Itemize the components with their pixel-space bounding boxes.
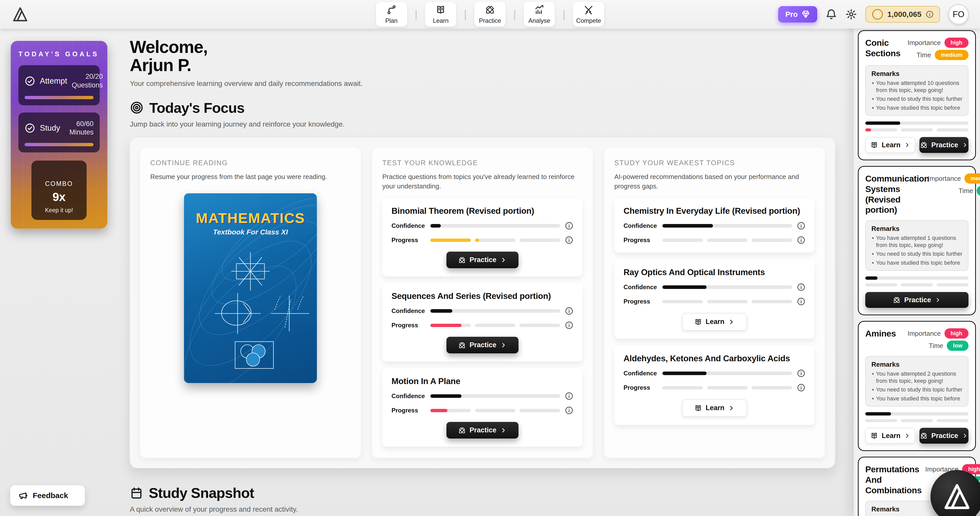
progress-bar — [865, 283, 969, 287]
practice-button[interactable]: Practice — [446, 337, 518, 354]
topic-card: Binomial Theorem (Revised portion) Confi… — [382, 198, 582, 276]
nav-divider: | — [415, 8, 418, 21]
confidence-row: Confidence — [624, 221, 805, 230]
confidence-row: Confidence — [624, 369, 805, 377]
recommended-card[interactable]: Amines Importance high Time low Remarks … — [858, 321, 976, 451]
info-icon[interactable] — [797, 369, 805, 377]
settings-button[interactable] — [845, 8, 857, 20]
practice-button[interactable]: Practice — [446, 422, 518, 438]
topic-title: Motion In A Plane — [391, 376, 573, 386]
goal-value: 60/60 Minutes — [65, 119, 94, 137]
recommended-card[interactable]: Conic Sections Importance high Time medi… — [858, 30, 976, 160]
crossed-pencils-icon — [458, 256, 466, 264]
topic-card: Sequences And Series (Revised portion) C… — [382, 283, 582, 362]
column-description: AI-powered recommendations based on your… — [614, 172, 815, 191]
info-icon[interactable] — [565, 392, 573, 400]
remark-item: You need to study this topic further — [872, 386, 963, 393]
pro-badge[interactable]: Pro — [778, 6, 817, 22]
bell-icon — [826, 8, 837, 20]
practice-button[interactable]: Practice — [865, 292, 969, 308]
continue-reading-column: CONTINUE READING Resume your progress fr… — [140, 148, 361, 458]
info-icon[interactable] — [565, 236, 573, 244]
remark-item: You have attempted 1 questions from this… — [872, 234, 963, 248]
calendar-icon — [130, 486, 143, 500]
info-icon — [926, 10, 934, 18]
practice-button[interactable]: Practice — [920, 428, 969, 444]
crossed-pencils-icon — [920, 141, 928, 149]
notifications-button[interactable] — [826, 8, 837, 20]
dashboard-page: Plan | Learn | Practice | Analyse | Comp… — [0, 0, 980, 516]
app-logo[interactable] — [11, 5, 29, 23]
nav-practice[interactable]: Practice — [474, 2, 506, 27]
time-badge: low — [977, 186, 980, 196]
progress-bar — [865, 419, 969, 422]
flame-icon — [54, 167, 64, 177]
info-icon[interactable] — [565, 406, 573, 415]
progress-row: Progress — [624, 236, 805, 244]
practice-button[interactable]: Practice — [446, 252, 518, 268]
remarks-box: Remarks You have attempted 1 questions f… — [865, 220, 969, 271]
avatar[interactable]: FO — [948, 4, 969, 25]
goal-label: Attempt — [40, 76, 67, 86]
topic-title: Sequences And Series (Revised portion) — [391, 291, 573, 301]
nav-divider: | — [513, 8, 516, 21]
progress-row: Progress — [624, 297, 805, 306]
pro-label: Pro — [785, 10, 797, 19]
chevron-right-icon — [728, 319, 735, 325]
main-content: Welcome, Arjun P. Your comprehensive lea… — [130, 38, 835, 516]
combo-caption: Keep it up! — [37, 207, 81, 214]
remark-item: You need to study this topic further — [872, 250, 963, 258]
combo-card: COMBO 9x Keep it up! — [32, 161, 87, 220]
learn-button[interactable]: Learn — [682, 399, 747, 417]
info-icon[interactable] — [565, 221, 573, 230]
info-icon[interactable] — [797, 283, 805, 291]
book-open-icon — [870, 141, 878, 149]
learn-button[interactable]: Learn — [865, 428, 915, 444]
learn-button[interactable]: Learn — [682, 313, 747, 331]
crossed-pencils-icon — [458, 341, 466, 349]
goal-label: Study — [40, 124, 60, 133]
coins-count: 1,000,065 — [888, 10, 921, 19]
importance-badge: medium — [964, 174, 980, 183]
rec-title: Conic Sections — [865, 38, 904, 60]
info-icon[interactable] — [797, 297, 805, 306]
topic-title: Aldehydes, Ketones And Carboxylic Acids — [624, 354, 805, 363]
chevron-right-icon — [962, 433, 968, 439]
topic-title: Ray Optics And Optical Instruments — [624, 268, 805, 277]
combo-multiplier: 9x — [37, 190, 81, 204]
chevron-right-icon — [935, 297, 941, 303]
nav-compete[interactable]: Compete — [573, 2, 604, 27]
book-open-icon — [694, 318, 702, 326]
feedback-label: Feedback — [33, 491, 68, 500]
info-icon[interactable] — [565, 321, 573, 330]
info-icon[interactable] — [797, 236, 805, 244]
goal-study: Study 60/60 Minutes — [18, 113, 100, 153]
column-label: STUDY YOUR WEAKEST TOPICS — [614, 159, 815, 167]
nav-plan[interactable]: Plan — [376, 2, 407, 27]
gem-icon — [801, 10, 810, 19]
todays-focus-card: CONTINUE READING Resume your progress fr… — [130, 138, 835, 468]
book-cover[interactable]: MATHEMATICS Textbook For Class XI — [184, 193, 317, 383]
weakest-topics-column: STUDY YOUR WEAKEST TOPICS AI-powered rec… — [604, 148, 825, 458]
chevron-right-icon — [904, 433, 910, 439]
info-icon[interactable] — [797, 221, 805, 230]
time-badge: medium — [935, 50, 969, 60]
feedback-button[interactable]: Feedback — [10, 485, 85, 506]
learn-button[interactable]: Learn — [865, 137, 915, 153]
megaphone-icon — [18, 491, 28, 501]
info-icon[interactable] — [797, 383, 805, 392]
nav-label: Analyse — [528, 17, 550, 24]
nav-analyse[interactable]: Analyse — [523, 2, 555, 27]
time-badge: low — [947, 341, 969, 351]
practice-button[interactable]: Practice — [920, 137, 969, 153]
book-title: MATHEMATICS — [184, 210, 317, 226]
nav-label: Learn — [433, 17, 449, 24]
chevron-right-icon — [500, 342, 507, 349]
goal-attempt: Attempt 20/20 Questions — [18, 65, 100, 105]
primary-nav: Plan | Learn | Practice | Analyse | Comp… — [376, 2, 605, 27]
coins-badge[interactable]: 1,000,065 — [865, 6, 940, 23]
recommended-card[interactable]: Communication Systems (Revised portion) … — [858, 166, 976, 315]
page-title: Welcome, Arjun P. — [130, 38, 835, 75]
nav-learn[interactable]: Learn — [425, 2, 457, 27]
info-icon[interactable] — [565, 307, 573, 315]
